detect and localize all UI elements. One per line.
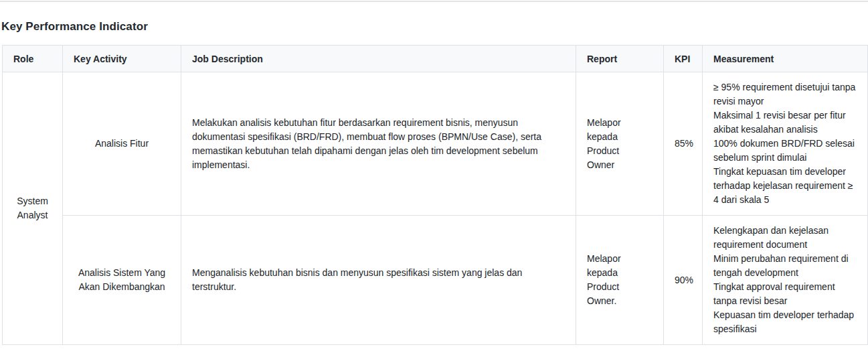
cell-measurement: Kelengkapan dan kejelasan requirement do… [703, 216, 868, 345]
measurement-item: Tingkat kepuasan tim developer terhadap … [713, 165, 857, 207]
table-row: System Analyst Analisis Fitur Melakukan … [3, 72, 868, 216]
measurement-item: Minim perubahan requirement di tengah de… [713, 252, 857, 280]
top-divider [0, 1, 868, 2]
cell-measurement: ≥ 95% requirement disetujui tanpa revisi… [703, 72, 868, 216]
table-row: Analisis Sistem Yang Akan Dikembangkan M… [3, 216, 868, 345]
measurement-item: Tingkat approval requirement tanpa revis… [713, 280, 857, 308]
kpi-table: Role Key Activity Job Description Report… [2, 45, 868, 345]
column-header-key-activity: Key Activity [63, 46, 181, 72]
cell-job-description: Menganalisis kebutuhan bisnis dan menyus… [181, 216, 576, 345]
cell-key-activity: Analisis Fitur [63, 72, 181, 216]
measurement-item: Maksimal 1 revisi besar per fitur akibat… [713, 109, 857, 137]
column-header-role: Role [3, 46, 63, 72]
cell-report: Melapor kepada Product Owner. [576, 216, 664, 345]
cell-kpi: 85% [664, 72, 703, 216]
measurement-item: Kelengkapan dan kejelasan requirement do… [713, 224, 857, 252]
measurement-item: Kepuasan tim developer terhadap spesifik… [713, 308, 857, 336]
cell-kpi: 90% [664, 216, 703, 345]
column-header-job-description: Job Description [181, 46, 576, 72]
measurement-item: 100% dokumen BRD/FRD selesai sebelum spr… [713, 137, 857, 165]
cell-key-activity: Analisis Sistem Yang Akan Dikembangkan [63, 216, 181, 345]
measurement-item: ≥ 95% requirement disetujui tanpa revisi… [713, 80, 857, 109]
column-header-kpi: KPI [664, 46, 703, 72]
cell-role: System Analyst [3, 72, 63, 345]
table-header-row: Role Key Activity Job Description Report… [3, 46, 868, 72]
column-header-measurement: Measurement [703, 46, 868, 72]
page-title: Key Performance Indicator [1, 19, 868, 34]
cell-job-description: Melakukan analisis kebutuhan fitur berda… [181, 72, 576, 216]
cell-report: Melapor kepada Product Owner [576, 72, 664, 216]
column-header-report: Report [576, 46, 664, 72]
